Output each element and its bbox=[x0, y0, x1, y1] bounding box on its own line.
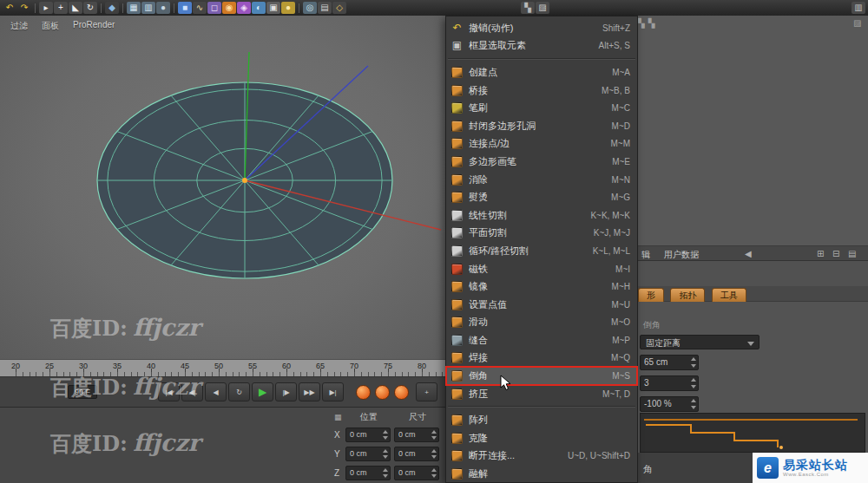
autokey-button[interactable] bbox=[375, 385, 390, 400]
size-z-field[interactable]: 0 cm bbox=[394, 466, 439, 480]
menu-item-loop-path-cut[interactable]: 循环/路径切割K~L, M~L bbox=[446, 242, 637, 260]
spinner-arrows[interactable] bbox=[382, 449, 388, 459]
coord-system-icon[interactable]: ◆ bbox=[105, 2, 119, 14]
easck-logo[interactable]: e 易采站长站 Www.Easck.Com bbox=[753, 453, 868, 483]
viewport-menu-filter[interactable]: 过滤 bbox=[10, 20, 28, 32]
next-key-button[interactable]: ▶▶ bbox=[299, 382, 320, 401]
size-x-field[interactable]: 0 cm bbox=[394, 428, 439, 442]
size-column-header[interactable]: 尺寸 bbox=[393, 411, 442, 423]
menu-item-clone[interactable]: 克隆 bbox=[446, 429, 637, 447]
menu-item-connect-points-edges[interactable]: 连接点/边M~M bbox=[446, 135, 637, 153]
mograph-icon[interactable]: ◉ bbox=[222, 2, 236, 14]
environment-icon[interactable]: ◐ bbox=[252, 2, 266, 14]
size-y-field[interactable]: 0 cm bbox=[394, 447, 439, 461]
scale-tool-icon[interactable]: ◣ bbox=[69, 2, 82, 14]
live-selection-icon[interactable]: ▸ bbox=[39, 2, 53, 14]
menu-item-undo-action[interactable]: ↶撤销(动作)Shift+Z bbox=[446, 19, 637, 37]
light-icon[interactable]: ● bbox=[281, 2, 295, 14]
search-plus-icon[interactable]: ⊞ bbox=[817, 249, 824, 258]
menu-item-close-polygon-hole[interactable]: 封闭多边形孔洞M~D bbox=[446, 117, 637, 135]
attribute-header-userdata[interactable]: 用户数据 bbox=[664, 249, 699, 261]
spinner-arrows[interactable] bbox=[431, 468, 437, 478]
move-tool-icon[interactable]: + bbox=[54, 2, 68, 14]
viewport-menu-prorender[interactable]: ProRender bbox=[73, 20, 115, 32]
bevel-offset-field[interactable]: 65 cm bbox=[640, 355, 699, 370]
menu-item-dissolve[interactable]: 消除M~N bbox=[446, 171, 637, 189]
record-keyframe-button[interactable] bbox=[356, 385, 371, 400]
play-backwards-button[interactable]: ◀ bbox=[205, 382, 227, 401]
position-column-header[interactable]: 位置 bbox=[345, 411, 393, 423]
menu-item-melt[interactable]: 融解 bbox=[446, 465, 637, 483]
keyframe-selection-button[interactable]: + bbox=[416, 382, 437, 401]
menu-item-stitch-sew[interactable]: 缝合M~P bbox=[446, 331, 637, 349]
spinner-arrows[interactable] bbox=[690, 378, 696, 388]
position-x-field[interactable]: 0 cm bbox=[345, 428, 391, 442]
spinner-arrows[interactable] bbox=[690, 399, 696, 409]
next-frame-button[interactable]: |▶ bbox=[275, 382, 297, 401]
texture-checker-icon[interactable]: ▚ bbox=[648, 18, 655, 28]
menu-item-bridge[interactable]: 桥接M~B, B bbox=[446, 82, 637, 100]
search-minus-icon[interactable]: ⊟ bbox=[832, 249, 839, 258]
menu-item-mirror[interactable]: 镜像M~H bbox=[446, 277, 637, 296]
undo-icon[interactable]: ↶ bbox=[3, 2, 16, 14]
render-view-icon[interactable]: ▦ bbox=[127, 2, 141, 14]
interface-switch-icon[interactable]: ▥ bbox=[852, 2, 865, 14]
menu-item-set-point-value[interactable]: 设置点值M~U bbox=[446, 296, 637, 314]
tab-topology[interactable]: 拓扑 bbox=[670, 288, 705, 302]
spinner-arrows[interactable] bbox=[382, 468, 388, 478]
layout-icon[interactable]: ▚ bbox=[521, 2, 535, 14]
bevel-depth-field[interactable]: -100 % bbox=[640, 396, 699, 412]
menu-item-extrude[interactable]: 挤压M~T, D bbox=[446, 385, 637, 403]
spline-pen-icon[interactable]: ∿ bbox=[193, 2, 207, 14]
texture-checker-icon[interactable]: ▚ bbox=[638, 18, 645, 28]
menu-item-create-point[interactable]: 创建点M~A bbox=[446, 63, 637, 82]
menu-item-array[interactable]: 阵列 bbox=[446, 411, 637, 429]
subdivision-surface-icon[interactable]: ◻ bbox=[207, 2, 221, 14]
bevel-mode-dropdown[interactable]: 固定距离 bbox=[640, 335, 760, 349]
rotate-tool-icon[interactable]: ↻ bbox=[83, 2, 97, 14]
spinner-arrows[interactable] bbox=[690, 357, 696, 368]
position-y-field[interactable]: 0 cm bbox=[345, 447, 391, 461]
goto-end-button[interactable]: ▶| bbox=[322, 382, 344, 401]
menu-item-magnet[interactable]: 磁铁M~I bbox=[446, 260, 637, 278]
primitive-cube-icon[interactable]: ■ bbox=[178, 2, 192, 14]
menu-item-frame-selected[interactable]: ▣框显选取元素Alt+S, S bbox=[446, 37, 637, 55]
spinner-arrows[interactable] bbox=[431, 430, 437, 440]
menu-item-iron[interactable]: 熨烫M~G bbox=[446, 188, 637, 206]
menu-item-brush[interactable]: 笔刷M~C bbox=[446, 99, 637, 117]
tab-shape[interactable]: 形 bbox=[638, 288, 664, 302]
material-icon[interactable]: ◎ bbox=[303, 2, 317, 14]
position-z-field[interactable]: 0 cm bbox=[345, 466, 391, 480]
bevel-profile-editor[interactable] bbox=[640, 413, 865, 453]
redo-icon[interactable]: ↷ bbox=[17, 2, 31, 14]
menu-item-plane-cut[interactable]: 平面切割K~J, M~J bbox=[446, 225, 637, 243]
snap-icon[interactable]: ◇ bbox=[332, 2, 346, 14]
viewport-menu-panel[interactable]: 面板 bbox=[42, 20, 59, 32]
menu-item-weld[interactable]: 焊接M~Q bbox=[446, 349, 637, 368]
record-options-button[interactable] bbox=[394, 385, 409, 400]
timeline-ruler[interactable]: 20253035404550556065707580 bbox=[0, 359, 445, 377]
spinner-arrows[interactable] bbox=[382, 430, 388, 440]
deformer-icon[interactable]: ◈ bbox=[237, 2, 251, 14]
tab-tool[interactable]: 工具 bbox=[712, 288, 746, 302]
workplane-icon[interactable]: ▤ bbox=[318, 2, 332, 14]
spinner-arrows[interactable] bbox=[431, 449, 437, 459]
attribute-header-edit-partial[interactable]: 辑 bbox=[641, 249, 650, 261]
panel-options-icon[interactable]: ▨ bbox=[853, 18, 861, 28]
frame-end-field[interactable]: 90 F bbox=[68, 385, 97, 399]
prev-key-button[interactable]: ◀| bbox=[181, 382, 203, 401]
play-button[interactable]: ▶ bbox=[252, 382, 273, 401]
menu-item-bevel[interactable]: 倒角M~S bbox=[446, 367, 637, 385]
viewport[interactable]: 过滤 面板 ProRender bbox=[0, 16, 446, 359]
render-picture-viewer-icon[interactable]: ▥ bbox=[141, 2, 155, 14]
menu-item-disconnect[interactable]: 断开连接...U~D, U~Shift+D bbox=[446, 447, 637, 466]
render-settings-icon[interactable]: ● bbox=[156, 2, 170, 14]
camera-icon[interactable]: ▣ bbox=[266, 2, 280, 14]
menu-item-line-cut[interactable]: 线性切割K~K, M~K bbox=[446, 206, 637, 225]
goto-start-button[interactable]: |◀ bbox=[158, 382, 180, 401]
texture-checker-icon[interactable]: ▨ bbox=[536, 2, 549, 14]
loop-mode-button[interactable]: ↻ bbox=[228, 382, 250, 401]
menu-item-polygon-pen[interactable]: 多边形画笔M~E bbox=[446, 153, 637, 171]
list-icon[interactable]: ▤ bbox=[848, 249, 856, 258]
bevel-subdivision-field[interactable]: 3 bbox=[640, 375, 699, 391]
